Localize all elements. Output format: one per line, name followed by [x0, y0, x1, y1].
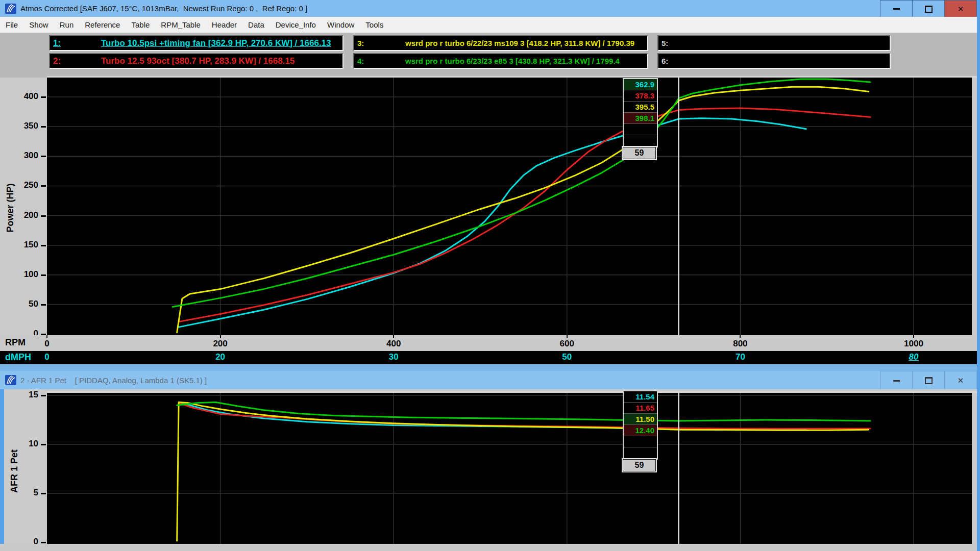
y-tick-mark — [41, 185, 46, 187]
legend-run-label: Turbo 12.5 93oct [380.7 HP, 283.9 KW] / … — [101, 56, 295, 66]
rpm-axis-label: RPM — [5, 337, 26, 348]
cursor-value — [624, 436, 657, 447]
cursor-value: 395.5 — [624, 102, 657, 113]
afr-bottom-axis-row — [0, 544, 977, 551]
rpm-tick-label: 800 — [733, 339, 747, 349]
menu-item-tools[interactable]: Tools — [360, 17, 389, 33]
legend-run-label: Turbo 10.5psi +timing fan [362.9 HP, 270… — [101, 38, 331, 48]
minimize-icon — [893, 8, 900, 10]
x-tick-mark — [913, 335, 914, 338]
y-tick-mark — [41, 444, 46, 445]
window2-controls: ✕ — [880, 371, 977, 389]
rpm-tick-label: 1000 — [904, 339, 923, 349]
power-y-axis-label: Power (HP) — [5, 183, 16, 232]
window2-title: 2 - AFR 1 Pet [ PIDDAQ, Analog, Lambda 1… — [20, 376, 207, 385]
afr-y-axis-label: AFR 1 Pet — [9, 449, 20, 493]
rpm-tick-label: 400 — [386, 339, 401, 349]
afr-plot[interactable] — [47, 393, 972, 544]
cursor-value: 12.40 — [624, 425, 657, 436]
dmph-tick-label: 80 — [909, 352, 919, 362]
legend-slot-6[interactable]: 6: — [657, 53, 891, 69]
menu-item-header[interactable]: Header — [206, 17, 242, 33]
close-icon: ✕ — [958, 5, 964, 14]
legend-slot-number: 5: — [662, 39, 668, 47]
legend-slot-3[interactable]: 3:wsrd pro r turbo 6/22/23 ms109 3 [418.… — [353, 35, 648, 51]
y-tick-mark — [41, 304, 46, 306]
legend-slot-number: 1: — [53, 38, 61, 48]
menu-item-device_info[interactable]: Device_Info — [270, 17, 322, 33]
legend-area: 1:Turbo 10.5psi +timing fan [362.9 HP, 2… — [0, 33, 980, 78]
menu-bar: FileShowRunReferenceTableRPM_TableHeader… — [0, 17, 980, 33]
maximize-button[interactable] — [912, 0, 945, 18]
power-plot[interactable] — [47, 78, 972, 335]
window1-title: Atmos Corrected [SAE J607, 15°C, 1013mBa… — [20, 4, 307, 13]
dmph-tick-label: 50 — [562, 352, 572, 362]
window1-titlebar[interactable]: Atmos Corrected [SAE J607, 15°C, 1013mBa… — [0, 0, 980, 17]
maximize-button[interactable] — [912, 371, 945, 390]
menu-item-reference[interactable]: Reference — [79, 17, 126, 33]
y-tick-mark — [41, 245, 46, 246]
cursor-value — [624, 135, 657, 146]
legend-slot-1[interactable]: 1:Turbo 10.5psi +timing fan [362.9 HP, 2… — [49, 35, 344, 51]
window1-controls: ✕ — [880, 0, 977, 17]
y-tick-label: 50 — [29, 299, 38, 309]
minimize-button[interactable] — [880, 0, 913, 18]
menu-item-data[interactable]: Data — [242, 17, 270, 33]
plot2-right-margin — [972, 393, 977, 551]
run-trace-2 — [179, 403, 870, 429]
afr-cursor-readout[interactable]: 11.5411.6511.5012.40 — [623, 390, 658, 460]
y-tick-label: 400 — [24, 91, 38, 102]
y-tick-mark — [41, 493, 46, 494]
x-tick-mark — [740, 335, 741, 338]
afr-cursor-position[interactable]: 59 — [623, 459, 656, 471]
legend-slot-number: 3: — [357, 39, 364, 47]
afr-y-axis: AFR 1 Pet 051015 — [4, 389, 47, 551]
y-tick-mark — [41, 274, 46, 276]
close-icon: ✕ — [958, 376, 964, 385]
menu-item-run[interactable]: Run — [54, 17, 80, 33]
menu-item-show[interactable]: Show — [23, 17, 54, 33]
rpm-tick-label: 200 — [213, 339, 227, 349]
y-tick-label: 350 — [24, 121, 38, 131]
power-cursor-position[interactable]: 59 — [623, 147, 656, 159]
close-button[interactable]: ✕ — [944, 371, 977, 390]
power-cursor-readout[interactable]: 362.9378.3395.5398.1 — [623, 78, 658, 147]
minimize-icon — [893, 380, 900, 382]
menu-item-window[interactable]: Window — [322, 17, 360, 33]
menu-item-table[interactable]: Table — [126, 17, 155, 33]
y-tick-mark — [41, 542, 46, 543]
minimize-button[interactable] — [880, 371, 913, 390]
dmph-tick-label: 20 — [215, 352, 225, 362]
app-icon — [5, 4, 16, 14]
cursor-value: 362.9 — [624, 79, 657, 90]
legend-slot-number: 4: — [357, 57, 364, 65]
window2-titlebar[interactable]: 2 - AFR 1 Pet [ PIDDAQ, Analog, Lambda 1… — [0, 371, 980, 389]
close-button[interactable]: ✕ — [944, 0, 977, 18]
rpm-tick-label: 600 — [560, 339, 574, 349]
menu-item-file[interactable]: File — [0, 17, 23, 33]
y-tick-label: 5 — [34, 488, 38, 498]
x-tick-mark — [393, 335, 394, 338]
x-tick-mark — [567, 335, 568, 338]
y-tick-label: 10 — [29, 439, 38, 449]
menu-item-rpm_table[interactable]: RPM_Table — [155, 17, 206, 33]
y-tick-mark — [41, 126, 46, 128]
legend-slot-5[interactable]: 5: — [657, 35, 891, 51]
y-tick-label: 200 — [24, 210, 38, 220]
dmph-tick-label: 30 — [389, 352, 399, 362]
window-right-border — [977, 0, 980, 551]
legend-slot-2[interactable]: 2:Turbo 12.5 93oct [380.7 HP, 283.9 KW] … — [49, 53, 344, 69]
legend-run-label: wsrd pro r turbo 6/23/23 e85 3 [430.8 HP… — [405, 57, 620, 65]
window2-left-border — [0, 389, 4, 551]
dmph-tick-label: 70 — [736, 352, 745, 362]
maximize-icon — [925, 6, 933, 13]
app-icon — [5, 375, 16, 385]
y-tick-mark — [41, 156, 46, 157]
legend-run-label: wsrd pro r turbo 6/22/23 ms109 3 [418.2 … — [405, 39, 634, 47]
run-trace-1 — [179, 118, 806, 327]
dmph-axis-row: dMPH 02030507080 — [0, 351, 977, 364]
legend-slot-number: 6: — [662, 57, 668, 65]
legend-slot-4[interactable]: 4:wsrd pro r turbo 6/23/23 e85 3 [430.8 … — [353, 53, 648, 69]
x-tick-mark — [46, 335, 47, 338]
cursor-value: 398.1 — [624, 113, 657, 124]
